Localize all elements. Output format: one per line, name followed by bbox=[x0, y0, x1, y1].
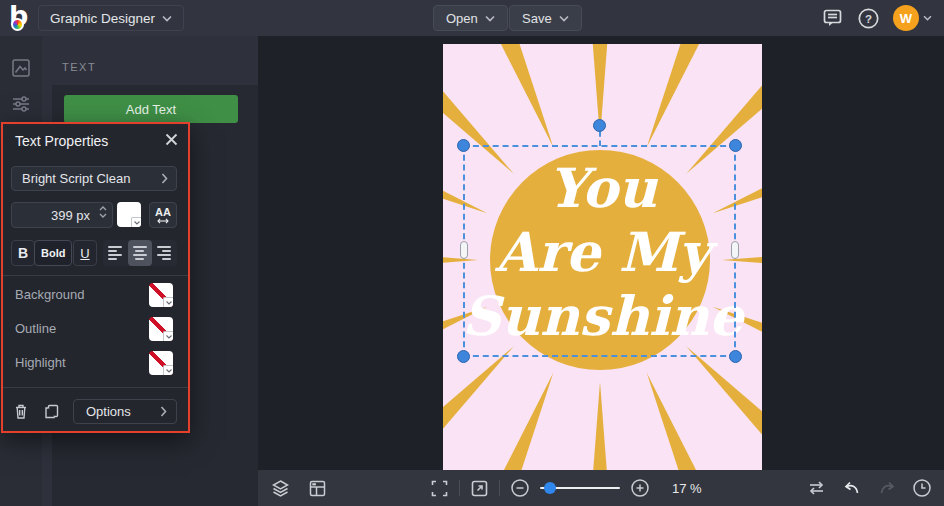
chevron-right-icon bbox=[160, 406, 176, 417]
swatch-dropdown-icon[interactable] bbox=[163, 365, 173, 375]
help-icon[interactable]: ? bbox=[857, 7, 880, 30]
background-label: Background bbox=[15, 287, 84, 302]
align-left-icon bbox=[108, 246, 122, 260]
layers-button[interactable] bbox=[270, 478, 291, 499]
app-mode-label: Graphic Designer bbox=[50, 11, 155, 26]
font-size-stepper[interactable] bbox=[99, 206, 107, 218]
bold-button[interactable]: B bbox=[11, 240, 35, 266]
chevron-down-icon bbox=[923, 15, 932, 21]
history-button[interactable] bbox=[912, 478, 932, 498]
delete-text-button[interactable] bbox=[9, 399, 33, 423]
template-layout-icon bbox=[308, 479, 327, 498]
switch-orientation-button[interactable] bbox=[806, 478, 827, 498]
swatch-dropdown-icon[interactable] bbox=[163, 331, 173, 341]
resize-handle-top-right[interactable] bbox=[729, 139, 742, 152]
chevron-down-icon bbox=[162, 15, 172, 22]
align-center-icon bbox=[133, 246, 147, 260]
duplicate-text-button[interactable] bbox=[39, 399, 63, 423]
resize-handle-bottom-right[interactable] bbox=[729, 350, 742, 363]
color-wheel-icon bbox=[11, 18, 24, 31]
text-panel-title: TEXT bbox=[62, 61, 96, 73]
workspace: You Are My Sunshine bbox=[258, 36, 944, 506]
stepper-up-icon bbox=[99, 206, 107, 211]
divider bbox=[3, 275, 188, 276]
svg-text:?: ? bbox=[865, 13, 872, 25]
divider bbox=[3, 387, 188, 388]
chevron-down-icon bbox=[485, 15, 495, 22]
zoom-slider-handle[interactable] bbox=[544, 482, 556, 494]
font-size-input[interactable] bbox=[12, 203, 112, 227]
rotate-handle[interactable] bbox=[593, 119, 606, 132]
underline-button[interactable]: U bbox=[73, 240, 97, 266]
layers-icon bbox=[270, 478, 291, 499]
font-family-value: Bright Script Clean bbox=[12, 171, 161, 186]
open-in-new-icon bbox=[470, 479, 489, 498]
avatar[interactable]: W bbox=[893, 5, 919, 31]
history-clock-icon bbox=[912, 478, 932, 498]
align-right-button[interactable] bbox=[152, 240, 177, 266]
feedback-chat-icon[interactable] bbox=[821, 7, 844, 29]
chevron-down-icon bbox=[559, 15, 569, 22]
swap-arrows-icon bbox=[806, 478, 827, 498]
resize-handle-top-left[interactable] bbox=[457, 139, 470, 152]
resize-handle-bottom-left[interactable] bbox=[457, 350, 470, 363]
divider bbox=[499, 480, 500, 496]
fit-to-screen-button[interactable] bbox=[430, 479, 449, 498]
letter-spacing-arrow-icon bbox=[156, 218, 170, 224]
undo-icon bbox=[842, 478, 862, 498]
close-icon[interactable] bbox=[165, 133, 178, 146]
stepper-down-icon bbox=[99, 213, 107, 218]
align-right-icon bbox=[157, 246, 171, 260]
save-button[interactable]: Save bbox=[509, 5, 582, 31]
app-mode-dropdown[interactable]: Graphic Designer bbox=[38, 5, 184, 31]
design-canvas[interactable]: You Are My Sunshine bbox=[443, 44, 762, 470]
resize-canvas-button[interactable] bbox=[470, 479, 489, 498]
settings-sliders-icon[interactable] bbox=[10, 93, 32, 115]
selection-box[interactable] bbox=[463, 145, 736, 357]
background-color-swatch[interactable] bbox=[149, 283, 173, 307]
font-weight-select[interactable]: Bold bbox=[34, 240, 72, 266]
rotate-stem bbox=[599, 131, 601, 146]
text-properties-panel: Text Properties Bright Script Clean AA B… bbox=[1, 122, 190, 433]
redo-icon bbox=[877, 478, 897, 498]
font-family-select[interactable]: Bright Script Clean bbox=[11, 166, 177, 191]
resize-handle-left[interactable] bbox=[460, 241, 468, 259]
options-button[interactable]: Options bbox=[73, 399, 177, 424]
zoom-in-icon bbox=[630, 478, 650, 498]
undo-button[interactable] bbox=[842, 478, 862, 498]
fit-to-screen-icon bbox=[430, 479, 449, 498]
duplicate-icon bbox=[43, 403, 60, 420]
template-layout-button[interactable] bbox=[308, 479, 327, 498]
align-center-button[interactable] bbox=[128, 240, 153, 266]
redo-button[interactable] bbox=[877, 478, 897, 498]
panel-title: Text Properties bbox=[15, 133, 108, 149]
trash-icon bbox=[13, 403, 29, 420]
top-bar: b Graphic Designer Open Save ? W bbox=[0, 0, 944, 36]
letter-case-button[interactable]: AA bbox=[149, 202, 177, 228]
divider bbox=[459, 480, 460, 496]
image-manager-icon[interactable] bbox=[10, 57, 32, 79]
zoom-level: 17 % bbox=[672, 481, 702, 496]
highlight-label: Highlight bbox=[15, 355, 66, 370]
outline-label: Outline bbox=[15, 321, 56, 336]
highlight-color-swatch[interactable] bbox=[149, 351, 173, 375]
zoom-out-icon bbox=[510, 478, 530, 498]
add-text-button[interactable]: Add Text bbox=[64, 95, 238, 123]
canvas-toolbar: 17 % bbox=[258, 470, 944, 506]
outline-color-swatch[interactable] bbox=[149, 317, 173, 341]
open-button[interactable]: Open bbox=[433, 5, 508, 31]
befunky-logo[interactable]: b bbox=[8, 3, 36, 33]
swatch-dropdown-icon[interactable] bbox=[163, 297, 173, 307]
text-align-group bbox=[103, 240, 177, 266]
chevron-right-icon bbox=[161, 173, 176, 184]
zoom-slider[interactable] bbox=[540, 487, 620, 489]
account-menu[interactable]: W bbox=[893, 5, 932, 31]
resize-handle-right[interactable] bbox=[731, 241, 739, 259]
align-left-button[interactable] bbox=[103, 240, 128, 266]
zoom-in-button[interactable] bbox=[630, 478, 650, 498]
zoom-out-button[interactable] bbox=[510, 478, 530, 498]
swatch-dropdown-icon[interactable] bbox=[131, 217, 141, 227]
text-color-swatch[interactable] bbox=[117, 202, 141, 227]
font-size-field[interactable] bbox=[11, 202, 113, 228]
